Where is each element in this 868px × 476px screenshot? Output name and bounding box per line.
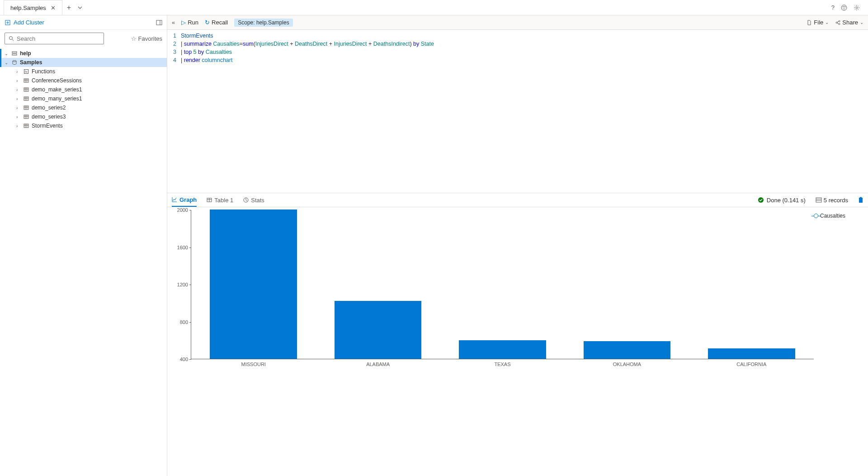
database-icon — [12, 60, 17, 65]
table-icon — [207, 197, 212, 203]
tab-bar: help.Samples ✕ + ? — [0, 0, 868, 15]
tab-actions: + — [62, 4, 87, 12]
chart-legend: Causalties — [814, 210, 854, 473]
check-icon — [758, 197, 764, 203]
svg-rect-40 — [816, 198, 821, 202]
svg-point-0 — [856, 7, 858, 9]
chart-bar[interactable] — [708, 348, 795, 359]
recall-label: Recall — [212, 19, 228, 26]
y-tick-label: 1200 — [177, 282, 188, 287]
column-chart[interactable]: 400800120016002000 MISSOURIALABAMATEXASO… — [172, 210, 814, 473]
x-tick-label: OKLAHOMA — [565, 362, 689, 367]
settings-icon[interactable] — [854, 5, 860, 11]
tree-node-table[interactable]: › demo_series2 — [0, 103, 167, 112]
x-tick-label: TEXAS — [440, 362, 565, 367]
recall-button[interactable]: ↻ Recall — [205, 19, 228, 26]
svg-rect-11 — [24, 79, 28, 82]
tree-label: demo_many_series1 — [32, 95, 82, 102]
svg-rect-2 — [156, 20, 162, 25]
tab-help-samples[interactable]: help.Samples ✕ — [4, 0, 62, 15]
tree-node-samples[interactable]: ⌄ Samples — [0, 58, 167, 67]
favorites-label: Favorites — [138, 35, 162, 42]
svg-rect-15 — [24, 88, 28, 91]
tree-node-help[interactable]: ⌄ help — [0, 49, 167, 58]
stats-icon — [243, 197, 249, 203]
search-row: ☆ Favorites — [0, 30, 167, 47]
chart-bar[interactable] — [335, 301, 422, 359]
code-content[interactable]: StormEvents | summarize Causalties=sum(I… — [181, 32, 868, 191]
chevron-right-icon: › — [16, 69, 21, 74]
favorites-button[interactable]: ☆ Favorites — [131, 35, 162, 42]
tree-label: Samples — [20, 59, 42, 66]
tab-label: Graph — [179, 196, 197, 203]
tree-node-table[interactable]: › demo_many_series1 — [0, 94, 167, 103]
query-status: Done (0.141 s) — [758, 197, 806, 204]
svg-line-5 — [12, 39, 14, 41]
run-label: Run — [188, 19, 198, 26]
search-box[interactable] — [5, 33, 104, 44]
tree-label: ConferenceSessions — [32, 77, 82, 84]
table-icon — [24, 78, 29, 83]
feedback-icon[interactable] — [841, 5, 847, 11]
y-tick-label: 800 — [180, 319, 188, 325]
tree-label: demo_series3 — [32, 114, 66, 120]
collapse-panel-icon[interactable] — [156, 19, 162, 26]
table-icon — [24, 96, 29, 101]
chevron-down-icon: ⌄ — [825, 20, 829, 25]
y-tick-label: 2000 — [177, 207, 188, 213]
svg-rect-44 — [860, 197, 862, 199]
y-tick-label: 1600 — [177, 245, 188, 250]
new-tab-icon[interactable]: + — [67, 4, 71, 12]
svg-text:fx: fx — [25, 70, 28, 73]
svg-rect-31 — [24, 124, 28, 128]
chart-bar[interactable] — [210, 209, 297, 359]
file-button[interactable]: File ⌄ — [807, 19, 829, 26]
tab-graph[interactable]: Graph — [172, 193, 197, 207]
scope-indicator[interactable]: Scope: help.Samples — [234, 19, 292, 27]
tree-node-table[interactable]: › demo_make_series1 — [0, 85, 167, 94]
close-icon[interactable]: ✕ — [51, 5, 56, 11]
tab-dropdown-icon[interactable] — [77, 5, 83, 10]
recall-icon: ↻ — [205, 19, 210, 26]
run-button[interactable]: ▷ Run — [181, 19, 198, 26]
query-editor[interactable]: 1 2 3 4 StormEvents | summarize Causalti… — [167, 30, 868, 193]
help-icon[interactable]: ? — [831, 4, 835, 11]
tree-label: help — [20, 50, 31, 57]
x-axis-labels: MISSOURIALABAMATEXASOKLAHOMACALIFORNIA — [191, 362, 814, 367]
scope-label: Scope: — [238, 19, 255, 26]
chevron-down-icon: ⌄ — [5, 60, 9, 65]
star-icon: ☆ — [131, 35, 137, 42]
y-tick-label: 400 — [180, 357, 188, 362]
function-icon: fx — [24, 69, 29, 74]
tree-node-table[interactable]: › ConferenceSessions — [0, 76, 167, 85]
legend-item[interactable]: Causalties — [814, 213, 854, 219]
cluster-tree: ⌄ help ⌄ Samples › fx Functions — [0, 47, 167, 476]
add-cluster-icon — [5, 19, 11, 26]
tree-node-functions[interactable]: › fx Functions — [0, 67, 167, 76]
file-icon — [807, 20, 812, 25]
tab-label: Table 1 — [214, 197, 233, 204]
share-button[interactable]: Share ⌄ — [835, 19, 863, 26]
clipboard-icon[interactable] — [858, 197, 863, 203]
svg-point-8 — [13, 61, 16, 62]
search-input[interactable] — [17, 35, 100, 42]
cluster-icon — [12, 51, 17, 56]
chart-bar[interactable] — [584, 341, 671, 359]
collapse-left-icon[interactable]: « — [172, 19, 175, 26]
chevron-right-icon: › — [16, 105, 21, 110]
table-icon — [24, 87, 29, 92]
chevron-right-icon: › — [16, 124, 21, 129]
tab-table[interactable]: Table 1 — [207, 193, 233, 207]
tree-node-table[interactable]: › StormEvents — [0, 121, 167, 130]
add-cluster-button[interactable]: Add Cluster — [0, 15, 167, 30]
x-tick-label: MISSOURI — [191, 362, 316, 367]
tab-stats[interactable]: Stats — [243, 193, 264, 207]
chart-bar[interactable] — [459, 340, 546, 359]
chevron-down-icon: ⌄ — [5, 51, 9, 56]
chevron-right-icon: › — [16, 114, 21, 119]
svg-rect-6 — [12, 52, 17, 53]
add-cluster-label: Add Cluster — [14, 19, 44, 26]
chevron-down-icon: ⌄ — [860, 20, 863, 25]
svg-rect-27 — [24, 115, 28, 119]
tree-node-table[interactable]: › demo_series3 — [0, 112, 167, 121]
